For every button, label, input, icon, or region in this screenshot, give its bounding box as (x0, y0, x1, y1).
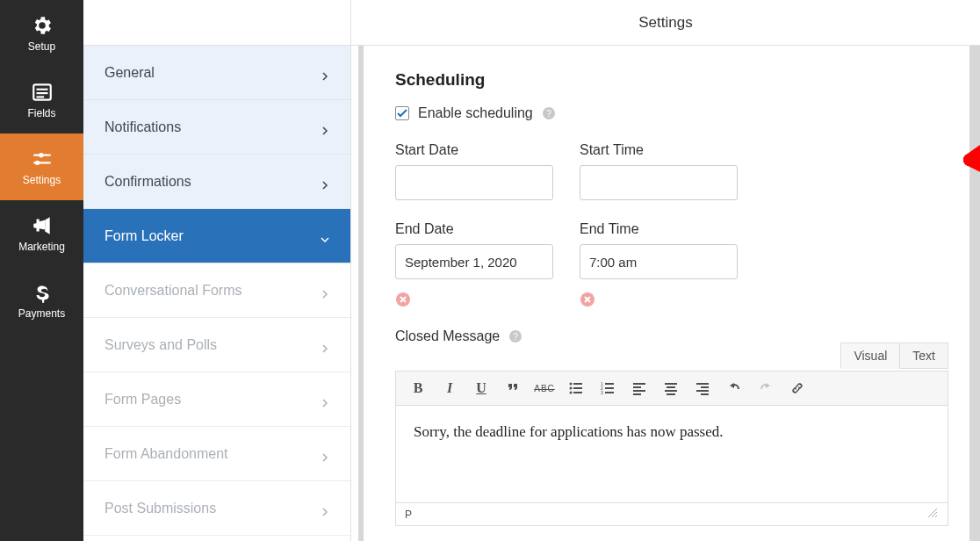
sidebar-item-label: Form Pages (104, 392, 181, 408)
sidebar-item-confirmations[interactable]: Confirmations (83, 155, 350, 209)
bullhorn-icon (31, 214, 54, 237)
sidebar-item-label: General (104, 65, 155, 81)
redo-button[interactable] (756, 379, 775, 398)
svg-point-12 (570, 383, 573, 386)
ordered-list-button[interactable]: 123 (598, 379, 617, 398)
sidebar-item-label: Form Locker (104, 228, 184, 244)
resize-handle-icon[interactable] (926, 507, 939, 522)
section-title: Scheduling (395, 70, 948, 90)
closed-message-label: Closed Message (395, 328, 500, 344)
nav-setup[interactable]: Setup (0, 0, 83, 67)
end-date-label: End Date (395, 221, 553, 237)
chevron-right-icon (321, 177, 329, 186)
end-time-label: End Time (580, 221, 738, 237)
list-icon (31, 81, 54, 104)
editor-status-bar: P (396, 502, 948, 525)
sidebar-item-form-pages[interactable]: Form Pages (83, 372, 350, 427)
svg-rect-33 (701, 386, 709, 388)
gear-icon (31, 14, 54, 37)
svg-rect-35 (701, 393, 709, 395)
svg-text:3: 3 (601, 390, 603, 395)
svg-rect-24 (633, 383, 645, 385)
undo-button[interactable] (724, 379, 744, 398)
svg-text:?: ? (546, 109, 551, 119)
help-icon[interactable]: ? (508, 329, 522, 343)
nav-payments[interactable]: Payments (0, 267, 83, 334)
svg-rect-26 (633, 390, 645, 392)
tab-text[interactable]: Text (900, 343, 948, 369)
align-right-button[interactable] (693, 379, 712, 398)
sidebar-item-label: Form Abandonment (104, 446, 228, 462)
content-area: Scheduling Enable scheduling ? Start Dat… (358, 46, 980, 541)
end-time-input[interactable] (580, 244, 738, 279)
sidebar-item-surveys-polls[interactable]: Surveys and Polls (83, 318, 350, 372)
align-center-button[interactable] (661, 379, 681, 398)
start-date-label: Start Date (395, 142, 553, 158)
nav-payments-label: Payments (18, 307, 65, 320)
quote-button[interactable] (503, 379, 522, 398)
sidebar-item-label: Conversational Forms (104, 283, 242, 299)
editor-content[interactable]: Sorry, the deadline for applications has… (396, 406, 948, 502)
svg-text:?: ? (513, 332, 518, 342)
editor-toolbar: B I U ABC 123 (396, 371, 948, 406)
rich-text-editor: B I U ABC 123 Sorry, the de (395, 371, 948, 526)
sidebar-item-form-locker[interactable]: Form Locker (83, 209, 350, 263)
sidebar-item-post-submissions[interactable]: Post Submissions (83, 481, 350, 536)
svg-rect-21 (605, 383, 614, 385)
svg-rect-28 (665, 383, 677, 385)
underline-button[interactable]: U (472, 379, 491, 398)
editor-tabs: Visual Text (840, 343, 948, 369)
enable-scheduling-label: Enable scheduling (418, 105, 533, 121)
editor-path: P (405, 509, 412, 521)
svg-point-4 (39, 153, 43, 157)
unordered-list-button[interactable] (566, 379, 586, 398)
nav-fields[interactable]: Fields (0, 67, 83, 133)
bold-button[interactable]: B (408, 379, 428, 398)
main-panel: Settings Scheduling Enable scheduling ? … (351, 0, 980, 541)
italic-button[interactable]: I (440, 379, 459, 398)
chevron-right-icon (321, 286, 329, 295)
chevron-right-icon (321, 504, 329, 513)
align-left-button[interactable] (630, 379, 649, 398)
page-title: Settings (638, 14, 692, 32)
svg-rect-31 (667, 393, 675, 395)
svg-rect-17 (573, 392, 582, 393)
primary-nav: Setup Fields Settings Marketing Payments (0, 0, 83, 541)
start-date-input[interactable] (395, 165, 553, 200)
svg-rect-32 (696, 383, 709, 385)
nav-settings-label: Settings (23, 174, 61, 186)
clear-end-time-button[interactable] (580, 292, 595, 307)
sidebar-item-conversational-forms[interactable]: Conversational Forms (83, 263, 350, 318)
start-time-input[interactable] (580, 165, 738, 200)
nav-marketing[interactable]: Marketing (0, 200, 83, 267)
end-date-input[interactable] (395, 244, 553, 279)
nav-marketing-label: Marketing (18, 241, 65, 253)
svg-point-5 (34, 161, 39, 165)
help-icon[interactable]: ? (542, 106, 556, 120)
sidebar-item-label: Confirmations (104, 174, 191, 190)
nav-settings[interactable]: Settings (0, 133, 83, 200)
chevron-right-icon (321, 69, 329, 77)
sidebar-item-general[interactable]: General (83, 46, 350, 100)
chevron-right-icon (321, 341, 329, 350)
clear-end-date-button[interactable] (395, 292, 411, 307)
tab-visual[interactable]: Visual (840, 343, 900, 369)
svg-rect-29 (667, 386, 675, 388)
chevron-right-icon (321, 450, 329, 458)
svg-rect-34 (696, 390, 709, 392)
svg-rect-25 (633, 386, 641, 388)
dollar-icon (31, 281, 54, 304)
chevron-right-icon (321, 123, 329, 132)
sidebar-item-form-abandonment[interactable]: Form Abandonment (83, 427, 350, 481)
svg-rect-22 (605, 387, 614, 389)
chevron-down-icon (321, 232, 329, 241)
svg-rect-30 (665, 390, 677, 392)
sidebar-item-notifications[interactable]: Notifications (83, 100, 350, 155)
strikethrough-button[interactable]: ABC (535, 379, 554, 398)
nav-setup-label: Setup (28, 40, 55, 53)
chevron-right-icon (321, 395, 329, 404)
link-button[interactable] (788, 379, 807, 398)
enable-scheduling-checkbox[interactable] (395, 106, 409, 120)
sidebar-item-label: Post Submissions (104, 501, 216, 516)
enable-scheduling-row: Enable scheduling ? (395, 105, 948, 121)
